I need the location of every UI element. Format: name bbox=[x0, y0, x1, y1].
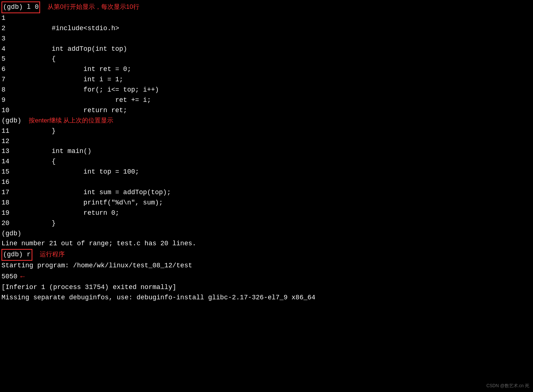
code-content-11: } bbox=[20, 126, 56, 136]
line-num-15: 15 bbox=[1, 167, 20, 177]
line-num-1: 1 bbox=[1, 13, 20, 24]
code-line-15: 15 int top = 100; bbox=[0, 167, 533, 177]
code-line-20: 20 } bbox=[0, 218, 533, 229]
result-value: 5050 bbox=[1, 272, 17, 282]
code-line-18: 18 printf("%d\n", sum); bbox=[0, 198, 533, 208]
code-content-6: int ret = 0; bbox=[20, 64, 131, 75]
code-content-15: int top = 100; bbox=[20, 167, 139, 177]
code-line-7: 7 int i = 1; bbox=[0, 75, 533, 85]
gdb-enter-line: (gdb) 按enter继续 从上次的位置显示 bbox=[0, 116, 533, 126]
code-line-8: 8 for(; i<= top; i++) bbox=[0, 85, 533, 95]
code-line-6: 6 int ret = 0; bbox=[0, 64, 533, 75]
code-line-12: 12 bbox=[0, 136, 533, 147]
arrow-icon: ← bbox=[20, 271, 25, 282]
line-num-12: 12 bbox=[1, 136, 20, 147]
code-line-16: 16 bbox=[0, 177, 533, 188]
line-num-8: 8 bbox=[1, 85, 20, 95]
line-num-13: 13 bbox=[1, 146, 20, 157]
gdb-enter-prompt: (gdb) bbox=[1, 116, 21, 126]
code-line-11: 11 } bbox=[0, 126, 533, 136]
inferior-exited-output: [Inferior 1 (process 31754) exited norma… bbox=[0, 282, 533, 293]
out-of-range-message: Line number 21 out of range; test.c has … bbox=[0, 239, 533, 249]
code-line-2: 2 #include<stdio.h> bbox=[0, 24, 533, 34]
code-content-19: return 0; bbox=[20, 208, 119, 218]
code-line-14: 14 { bbox=[0, 157, 533, 167]
result-5050-line: 5050 ← bbox=[0, 271, 533, 282]
gdb-empty-line: (gdb) bbox=[0, 229, 533, 239]
code-line-4: 4 int addTop(int top) bbox=[0, 44, 533, 54]
code-content-5: { bbox=[20, 54, 56, 64]
code-line-3: 3 bbox=[0, 34, 533, 44]
code-content-2: #include<stdio.h> bbox=[20, 24, 119, 34]
code-line-17: 17 int sum = addTop(top); bbox=[0, 188, 533, 198]
code-content-4: int addTop(int top) bbox=[20, 44, 127, 54]
line-num-5: 5 bbox=[1, 54, 20, 64]
watermark: CSDN @数艺术.cn 死 bbox=[486, 383, 529, 389]
line-num-7: 7 bbox=[1, 75, 20, 85]
line-num-10: 10 bbox=[1, 106, 20, 116]
annotation-run-program: 运行程序 bbox=[40, 250, 65, 259]
starting-program-output: Starting program: /home/wk/linux/test_08… bbox=[0, 261, 533, 271]
code-content-20: } bbox=[20, 218, 56, 229]
line-num-11: 11 bbox=[1, 126, 20, 136]
line-num-3: 3 bbox=[1, 34, 20, 44]
code-content-13: int main() bbox=[20, 146, 91, 157]
line-num-16: 16 bbox=[1, 177, 20, 188]
line-num-19: 19 bbox=[1, 208, 20, 218]
code-line-5: 5 { bbox=[0, 54, 533, 64]
code-content-17: int sum = addTop(top); bbox=[20, 188, 171, 198]
code-line-10: 10 return ret; bbox=[0, 106, 533, 116]
line-num-2: 2 bbox=[1, 24, 20, 34]
code-content-14: { bbox=[20, 157, 56, 167]
gdb-l0-prompt: (gdb) l 0 bbox=[1, 1, 40, 13]
code-line-13: 13 int main() bbox=[0, 146, 533, 157]
gdb-r-line: (gdb) r 运行程序 bbox=[0, 249, 533, 261]
line-num-4: 4 bbox=[1, 44, 20, 54]
code-content-10: return ret; bbox=[20, 106, 127, 116]
code-line-9: 9 ret += i; bbox=[0, 95, 533, 106]
annotation-display-start: 从第0行开始显示，每次显示10行 bbox=[47, 2, 139, 12]
gdb-empty-prompt: (gdb) bbox=[1, 229, 21, 239]
gdb-l0-line: (gdb) l 0 从第0行开始显示，每次显示10行 bbox=[0, 1, 533, 13]
terminal: (gdb) l 0 从第0行开始显示，每次显示10行 1 2 #include<… bbox=[0, 0, 533, 392]
line-num-9: 9 bbox=[1, 95, 20, 106]
missing-debuginfos-output: Missing separate debuginfos, use: debugi… bbox=[0, 293, 533, 303]
annotation-enter-continue: 按enter继续 从上次的位置显示 bbox=[29, 116, 113, 125]
line-num-18: 18 bbox=[1, 198, 20, 208]
code-content-8: for(; i<= top; i++) bbox=[20, 85, 159, 95]
line-num-20: 20 bbox=[1, 218, 20, 229]
line-num-6: 6 bbox=[1, 64, 20, 75]
code-content-18: printf("%d\n", sum); bbox=[20, 198, 163, 208]
code-line-1: 1 bbox=[0, 13, 533, 24]
line-num-17: 17 bbox=[1, 188, 20, 198]
code-content-9: ret += i; bbox=[20, 95, 151, 106]
code-line-19: 19 return 0; bbox=[0, 208, 533, 218]
gdb-r-prompt: (gdb) r bbox=[1, 249, 32, 261]
line-num-14: 14 bbox=[1, 157, 20, 167]
code-content-7: int i = 1; bbox=[20, 75, 123, 85]
